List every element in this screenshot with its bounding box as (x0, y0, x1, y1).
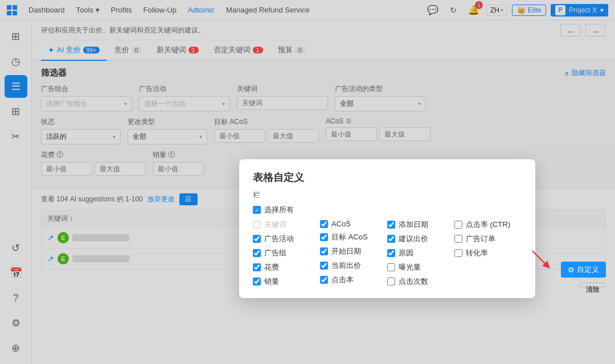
checkbox-target-acos[interactable] (320, 233, 328, 241)
modal-col-start-date: 开始日期 (320, 246, 387, 257)
red-arrow (524, 245, 558, 280)
modal-col-keyword: 关键词 (253, 220, 320, 230)
modal-col-conversion: 转化率 (454, 248, 522, 258)
customize-button[interactable]: ⚙ 自定义 (561, 262, 606, 278)
checkbox-adgroup[interactable] (253, 249, 261, 257)
modal-section-label: 栏 (253, 190, 522, 200)
checkbox-sales[interactable] (253, 278, 261, 286)
modal-col-click-cost: 点击本 (320, 275, 387, 285)
select-all-label: 选择所有 (264, 205, 294, 215)
checkbox-campaign[interactable] (253, 235, 261, 243)
modal-col-clicks: 点击次数 (387, 276, 454, 287)
modal-col-reason: 原因 (387, 248, 454, 258)
svg-line-1 (532, 251, 547, 266)
checkbox-start-date[interactable] (320, 247, 328, 255)
modal-col-target-acos: 目标 ACoS (320, 232, 387, 242)
modal-col-ctr: 点击率 (CTR) (454, 220, 522, 230)
modal-col-current-bid: 当前出价 (320, 260, 387, 271)
gear-icon: ⚙ (568, 266, 575, 274)
checkbox-clicks[interactable] (387, 278, 395, 286)
checkbox-current-bid[interactable] (320, 262, 328, 270)
checkbox-reason[interactable] (387, 249, 395, 257)
modal-col-suggested-bid: 建议出价 (387, 234, 454, 244)
checkbox-spend[interactable] (253, 263, 261, 271)
select-all-checkbox[interactable] (253, 206, 261, 214)
checkbox-add-date[interactable] (387, 221, 395, 229)
modal-col-campaign: 广告活动 (253, 234, 320, 244)
select-all-row: 选择所有 (253, 205, 522, 215)
checkbox-keyword[interactable] (253, 221, 261, 229)
modal-col-impressions: 曝光量 (387, 262, 454, 272)
modal-col-sales: 销量 (253, 276, 320, 287)
modal-col-add-date: 添加日期 (387, 220, 454, 230)
modal-col-spend: 花费 (253, 262, 320, 272)
checkbox-ad-orders[interactable] (454, 235, 462, 243)
modal-title: 表格自定义 (253, 171, 522, 184)
table-customize-modal: 表格自定义 栏 选择所有 关键词 广告活动 广告组 花费 (239, 159, 535, 298)
modal-col-acos: ACoS (320, 220, 387, 228)
checkbox-impressions[interactable] (387, 263, 395, 271)
checkbox-ctr[interactable] (454, 221, 462, 229)
modal-col-ad-orders: 广告订单 (454, 234, 522, 244)
checkbox-suggested-bid[interactable] (387, 235, 395, 243)
modal-col-adgroup: 广告组 (253, 248, 320, 258)
checkbox-click-cost[interactable] (320, 276, 328, 284)
checkbox-conversion[interactable] (454, 249, 462, 257)
checkbox-acos[interactable] (320, 220, 328, 228)
